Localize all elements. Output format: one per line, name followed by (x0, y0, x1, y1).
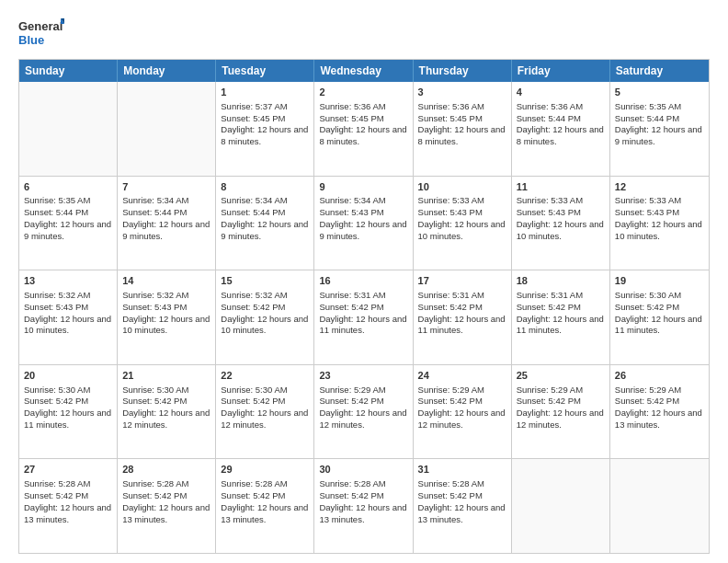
day-info: Sunrise: 5:34 AM Sunset: 5:43 PM Dayligh… (319, 195, 406, 240)
day-number: 5 (615, 86, 704, 99)
calendar-week-5: 27Sunrise: 5:28 AM Sunset: 5:42 PM Dayli… (19, 458, 709, 553)
day-number: 26 (615, 369, 704, 383)
logo-svg: General Blue (18, 15, 64, 50)
day-info: Sunrise: 5:35 AM Sunset: 5:44 PM Dayligh… (615, 101, 702, 146)
day-number: 22 (221, 369, 309, 383)
calendar-day-30: 30Sunrise: 5:28 AM Sunset: 5:42 PM Dayli… (314, 459, 413, 553)
day-info: Sunrise: 5:33 AM Sunset: 5:43 PM Dayligh… (517, 195, 604, 240)
weekday-header-monday: Monday (118, 60, 216, 82)
calendar-header: SundayMondayTuesdayWednesdayThursdayFrid… (19, 60, 709, 82)
calendar-day-23: 23Sunrise: 5:29 AM Sunset: 5:42 PM Dayli… (314, 365, 413, 459)
day-info: Sunrise: 5:30 AM Sunset: 5:42 PM Dayligh… (221, 385, 308, 430)
svg-text:Blue: Blue (18, 33, 44, 47)
calendar-empty-cell (610, 459, 709, 553)
calendar-day-11: 11Sunrise: 5:33 AM Sunset: 5:43 PM Dayli… (512, 177, 610, 270)
day-info: Sunrise: 5:36 AM Sunset: 5:45 PM Dayligh… (418, 101, 506, 146)
calendar-day-15: 15Sunrise: 5:32 AM Sunset: 5:42 PM Dayli… (216, 270, 314, 364)
weekday-header-sunday: Sunday (19, 60, 118, 82)
day-number: 19 (615, 274, 704, 288)
day-info: Sunrise: 5:35 AM Sunset: 5:44 PM Dayligh… (24, 195, 111, 240)
day-info: Sunrise: 5:28 AM Sunset: 5:42 PM Dayligh… (24, 478, 111, 523)
day-info: Sunrise: 5:29 AM Sunset: 5:42 PM Dayligh… (517, 385, 604, 430)
calendar-day-20: 20Sunrise: 5:30 AM Sunset: 5:42 PM Dayli… (19, 365, 118, 459)
header: General Blue (18, 15, 710, 50)
day-number: 20 (24, 369, 112, 383)
calendar-day-28: 28Sunrise: 5:28 AM Sunset: 5:42 PM Dayli… (118, 459, 216, 553)
calendar-day-4: 4Sunrise: 5:36 AM Sunset: 5:44 PM Daylig… (512, 82, 610, 176)
day-info: Sunrise: 5:30 AM Sunset: 5:42 PM Dayligh… (615, 290, 702, 335)
day-info: Sunrise: 5:33 AM Sunset: 5:43 PM Dayligh… (418, 195, 506, 240)
day-number: 2 (319, 86, 407, 99)
calendar-day-7: 7Sunrise: 5:34 AM Sunset: 5:44 PM Daylig… (118, 177, 216, 270)
day-number: 21 (122, 369, 210, 383)
calendar-day-1: 1Sunrise: 5:37 AM Sunset: 5:45 PM Daylig… (216, 82, 314, 176)
calendar-day-17: 17Sunrise: 5:31 AM Sunset: 5:42 PM Dayli… (414, 270, 512, 364)
calendar-week-3: 13Sunrise: 5:32 AM Sunset: 5:43 PM Dayli… (19, 270, 709, 364)
calendar-day-12: 12Sunrise: 5:33 AM Sunset: 5:43 PM Dayli… (610, 177, 709, 270)
day-info: Sunrise: 5:34 AM Sunset: 5:44 PM Dayligh… (122, 195, 210, 240)
calendar-day-24: 24Sunrise: 5:29 AM Sunset: 5:42 PM Dayli… (414, 365, 512, 459)
day-info: Sunrise: 5:28 AM Sunset: 5:42 PM Dayligh… (418, 478, 506, 523)
day-info: Sunrise: 5:33 AM Sunset: 5:43 PM Dayligh… (615, 195, 702, 240)
day-number: 7 (122, 180, 210, 194)
day-number: 3 (418, 86, 506, 99)
logo: General Blue (18, 15, 64, 50)
day-number: 25 (517, 369, 605, 383)
day-info: Sunrise: 5:28 AM Sunset: 5:42 PM Dayligh… (319, 478, 406, 523)
day-number: 1 (221, 86, 309, 99)
day-number: 13 (24, 274, 112, 288)
page: General Blue SundayMondayTuesdayWednesda… (0, 0, 728, 563)
day-number: 28 (122, 463, 210, 477)
calendar-empty-cell (512, 459, 610, 553)
calendar-day-26: 26Sunrise: 5:29 AM Sunset: 5:42 PM Dayli… (610, 365, 709, 459)
day-number: 27 (24, 463, 112, 477)
day-number: 29 (221, 463, 309, 477)
day-number: 17 (418, 274, 506, 288)
calendar-day-2: 2Sunrise: 5:36 AM Sunset: 5:45 PM Daylig… (314, 82, 413, 176)
calendar-week-1: 1Sunrise: 5:37 AM Sunset: 5:45 PM Daylig… (19, 82, 709, 176)
day-info: Sunrise: 5:31 AM Sunset: 5:42 PM Dayligh… (517, 290, 604, 335)
calendar-day-3: 3Sunrise: 5:36 AM Sunset: 5:45 PM Daylig… (414, 82, 512, 176)
day-info: Sunrise: 5:37 AM Sunset: 5:45 PM Dayligh… (221, 101, 308, 146)
day-info: Sunrise: 5:32 AM Sunset: 5:43 PM Dayligh… (24, 290, 111, 335)
day-number: 23 (319, 369, 407, 383)
calendar-day-10: 10Sunrise: 5:33 AM Sunset: 5:43 PM Dayli… (414, 177, 512, 270)
calendar-day-6: 6Sunrise: 5:35 AM Sunset: 5:44 PM Daylig… (19, 177, 118, 270)
day-info: Sunrise: 5:29 AM Sunset: 5:42 PM Dayligh… (418, 385, 506, 430)
calendar-day-14: 14Sunrise: 5:32 AM Sunset: 5:43 PM Dayli… (118, 270, 216, 364)
calendar-day-18: 18Sunrise: 5:31 AM Sunset: 5:42 PM Dayli… (512, 270, 610, 364)
day-info: Sunrise: 5:36 AM Sunset: 5:44 PM Dayligh… (517, 101, 604, 146)
day-info: Sunrise: 5:36 AM Sunset: 5:45 PM Dayligh… (319, 101, 406, 146)
calendar-day-29: 29Sunrise: 5:28 AM Sunset: 5:42 PM Dayli… (216, 459, 314, 553)
calendar-empty-cell (118, 82, 216, 176)
day-number: 12 (615, 180, 704, 194)
calendar-body: 1Sunrise: 5:37 AM Sunset: 5:45 PM Daylig… (19, 82, 709, 553)
day-number: 16 (319, 274, 407, 288)
day-number: 30 (319, 463, 407, 477)
day-info: Sunrise: 5:32 AM Sunset: 5:42 PM Dayligh… (221, 290, 308, 335)
weekday-header-wednesday: Wednesday (314, 60, 413, 82)
calendar-week-4: 20Sunrise: 5:30 AM Sunset: 5:42 PM Dayli… (19, 364, 709, 459)
day-number: 10 (418, 180, 506, 194)
day-info: Sunrise: 5:28 AM Sunset: 5:42 PM Dayligh… (122, 478, 210, 523)
day-number: 11 (517, 180, 605, 194)
day-info: Sunrise: 5:31 AM Sunset: 5:42 PM Dayligh… (418, 290, 506, 335)
calendar-day-5: 5Sunrise: 5:35 AM Sunset: 5:44 PM Daylig… (610, 82, 709, 176)
svg-text:General: General (18, 19, 63, 33)
calendar-day-22: 22Sunrise: 5:30 AM Sunset: 5:42 PM Dayli… (216, 365, 314, 459)
day-number: 31 (418, 463, 506, 477)
calendar-empty-cell (19, 82, 118, 176)
day-info: Sunrise: 5:29 AM Sunset: 5:42 PM Dayligh… (319, 385, 406, 430)
calendar-day-9: 9Sunrise: 5:34 AM Sunset: 5:43 PM Daylig… (314, 177, 413, 270)
day-number: 14 (122, 274, 210, 288)
weekday-header-friday: Friday (512, 60, 610, 82)
calendar-day-8: 8Sunrise: 5:34 AM Sunset: 5:44 PM Daylig… (216, 177, 314, 270)
calendar-day-16: 16Sunrise: 5:31 AM Sunset: 5:42 PM Dayli… (314, 270, 413, 364)
calendar-day-19: 19Sunrise: 5:30 AM Sunset: 5:42 PM Dayli… (610, 270, 709, 364)
day-info: Sunrise: 5:31 AM Sunset: 5:42 PM Dayligh… (319, 290, 406, 335)
calendar-day-25: 25Sunrise: 5:29 AM Sunset: 5:42 PM Dayli… (512, 365, 610, 459)
day-info: Sunrise: 5:30 AM Sunset: 5:42 PM Dayligh… (24, 385, 111, 430)
day-number: 8 (221, 180, 309, 194)
calendar: SundayMondayTuesdayWednesdayThursdayFrid… (18, 59, 710, 554)
day-info: Sunrise: 5:34 AM Sunset: 5:44 PM Dayligh… (221, 195, 308, 240)
